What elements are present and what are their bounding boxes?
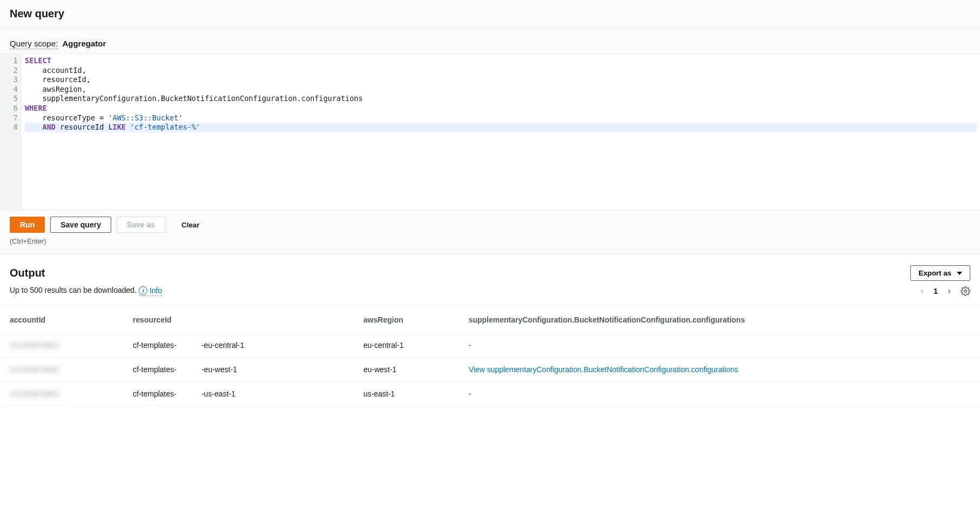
info-label: Info xyxy=(150,286,162,295)
gear-icon[interactable] xyxy=(961,286,970,296)
column-header[interactable]: accountId xyxy=(0,307,123,333)
aws-region: eu-west-1 xyxy=(354,358,459,382)
page-next-icon[interactable]: › xyxy=(948,285,951,297)
output-limit-text: Up to 500 results can be downloaded. xyxy=(10,286,137,294)
output-header: Output Export as xyxy=(0,254,980,285)
output-limit-row: Up to 500 results can be downloaded. i I… xyxy=(10,286,162,296)
config-value: - xyxy=(459,382,980,406)
caret-down-icon xyxy=(957,272,962,275)
resource-id-prefix: cf-templates- xyxy=(133,389,177,398)
table-row: 012345678901cf-templates--eu-central-1eu… xyxy=(0,333,980,358)
table-row: 012345678901cf-templates--us-east-1us-ea… xyxy=(0,382,980,406)
editor-code[interactable]: SELECT accountId, resourceId, awsRegion,… xyxy=(22,54,980,210)
output-title: Output xyxy=(10,267,45,279)
table-body: 012345678901cf-templates--eu-central-1eu… xyxy=(0,333,980,406)
run-button[interactable]: Run xyxy=(10,217,45,233)
output-subheader: Up to 500 results can be downloaded. i I… xyxy=(0,285,980,307)
info-icon: i xyxy=(139,286,147,295)
pager: ‹ 1 › xyxy=(921,285,970,297)
resource-id-suffix: -eu-west-1 xyxy=(201,365,237,374)
info-link[interactable]: i Info xyxy=(139,286,162,296)
column-header[interactable]: resourceId xyxy=(123,307,354,333)
resource-id-suffix: -eu-central-1 xyxy=(201,341,244,349)
editor-gutter: 12345678 xyxy=(0,54,22,210)
action-bar: Run Save query Save as Clear xyxy=(0,210,980,236)
sql-editor[interactable]: 12345678 SELECT accountId, resourceId, a… xyxy=(0,53,980,210)
code-line[interactable]: resourceId, xyxy=(25,75,977,85)
code-line[interactable]: SELECT xyxy=(25,56,977,66)
code-line[interactable]: supplementaryConfiguration.BucketNotific… xyxy=(25,94,977,104)
save-query-button[interactable]: Save query xyxy=(50,217,111,233)
aws-region: us-east-1 xyxy=(354,382,459,406)
page-number: 1 xyxy=(934,286,938,295)
save-as-button: Save as xyxy=(117,217,165,233)
resource-id-prefix: cf-templates- xyxy=(133,365,177,374)
account-id: 012345678901 xyxy=(10,365,60,374)
query-scope-value: Aggregator xyxy=(62,39,106,48)
clear-button[interactable]: Clear xyxy=(181,221,199,229)
export-as-dropdown[interactable]: Export as xyxy=(910,265,970,281)
config-value: - xyxy=(459,333,980,358)
query-scope-bar: Query scope: Aggregator xyxy=(0,28,980,53)
code-line[interactable]: resourceType = 'AWS::S3::Bucket' xyxy=(25,113,977,123)
account-id: 012345678901 xyxy=(10,341,60,349)
query-scope-label: Query scope: xyxy=(10,39,58,49)
view-config-link[interactable]: View supplementaryConfiguration.BucketNo… xyxy=(469,365,738,374)
run-hint: (Ctrl+Enter) xyxy=(0,236,980,254)
resource-id-suffix: -us-east-1 xyxy=(201,389,235,398)
export-as-label: Export as xyxy=(918,269,951,277)
column-header[interactable]: supplementaryConfiguration.BucketNotific… xyxy=(459,307,980,333)
page-header: New query xyxy=(0,0,980,28)
table-row: 012345678901cf-templates--eu-west-1eu-we… xyxy=(0,358,980,382)
resource-id-prefix: cf-templates- xyxy=(133,341,177,349)
code-line[interactable]: AND resourceId LIKE 'cf-templates-%' xyxy=(25,123,977,132)
table-header-row: accountIdresourceIdawsRegionsupplementar… xyxy=(0,307,980,333)
account-id: 012345678901 xyxy=(10,389,60,398)
results-table: accountIdresourceIdawsRegionsupplementar… xyxy=(0,307,980,406)
column-header[interactable]: awsRegion xyxy=(354,307,459,333)
aws-region: eu-central-1 xyxy=(354,333,459,358)
code-line[interactable]: awsRegion, xyxy=(25,85,977,95)
code-line[interactable]: accountId, xyxy=(25,66,977,76)
page-prev-icon[interactable]: ‹ xyxy=(921,285,924,297)
page-title: New query xyxy=(10,8,970,20)
svg-point-0 xyxy=(964,290,967,292)
code-line[interactable]: WHERE xyxy=(25,104,977,113)
